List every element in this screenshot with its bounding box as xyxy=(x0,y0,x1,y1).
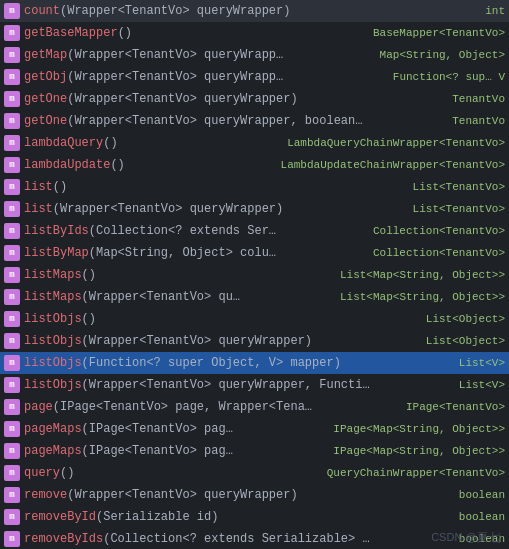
list-item[interactable]: mlistMaps(Wrapper<TenantVo> qu…List<Map<… xyxy=(0,286,509,308)
return-type: Map<String, Object> xyxy=(380,49,505,61)
method-signature: getObj(Wrapper<TenantVo> queryWrapp… xyxy=(24,70,385,84)
method-icon: m xyxy=(4,91,20,107)
return-type: List<Object> xyxy=(426,335,505,347)
method-icon: m xyxy=(4,465,20,481)
list-item[interactable]: mcount(Wrapper<TenantVo> queryWrapper)in… xyxy=(0,0,509,22)
method-icon: m xyxy=(4,113,20,129)
return-type: List<Map<String, Object>> xyxy=(340,269,505,281)
list-item[interactable]: mlistObjs(Function<? super Object, V> ma… xyxy=(0,352,509,374)
method-icon: m xyxy=(4,355,20,371)
return-type: Function<? sup… V xyxy=(393,71,505,83)
return-type: boolean xyxy=(459,489,505,501)
return-type: List<Object> xyxy=(426,313,505,325)
list-item[interactable]: mgetMap(Wrapper<TenantVo> queryWrapp…Map… xyxy=(0,44,509,66)
list-item[interactable]: mlistObjs()List<Object> xyxy=(0,308,509,330)
method-icon: m xyxy=(4,25,20,41)
method-signature: removeById(Serializable id) xyxy=(24,510,451,524)
list-item[interactable]: mremove(Wrapper<TenantVo> queryWrapper)b… xyxy=(0,484,509,506)
list-item[interactable]: mquery()QueryChainWrapper<TenantVo> xyxy=(0,462,509,484)
method-signature: listMaps() xyxy=(24,268,332,282)
method-icon: m xyxy=(4,311,20,327)
method-icon: m xyxy=(4,377,20,393)
return-type: List<V> xyxy=(459,379,505,391)
list-item[interactable]: mlambdaUpdate()LambdaUpdateChainWrapper<… xyxy=(0,154,509,176)
list-item[interactable]: mremoveById(Serializable id)boolean xyxy=(0,506,509,528)
method-signature: lambdaQuery() xyxy=(24,136,279,150)
method-signature: listByMap(Map<String, Object> colu… xyxy=(24,246,365,260)
method-icon: m xyxy=(4,47,20,63)
method-signature: listMaps(Wrapper<TenantVo> qu… xyxy=(24,290,332,304)
method-signature: listObjs() xyxy=(24,312,418,326)
method-signature: count(Wrapper<TenantVo> queryWrapper) xyxy=(24,4,477,18)
return-type: IPage<Map<String, Object>> xyxy=(333,423,505,435)
return-type: Collection<TenantVo> xyxy=(373,225,505,237)
return-type: List<TenantVo> xyxy=(413,203,505,215)
list-item[interactable]: mpageMaps(IPage<TenantVo> pag…IPage<Map<… xyxy=(0,440,509,462)
method-icon: m xyxy=(4,487,20,503)
return-type: List<TenantVo> xyxy=(413,181,505,193)
autocomplete-popup: mcount(Wrapper<TenantVo> queryWrapper)in… xyxy=(0,0,509,549)
return-type: int xyxy=(485,5,505,17)
method-signature: getOne(Wrapper<TenantVo> queryWrapper, b… xyxy=(24,114,444,128)
method-icon: m xyxy=(4,179,20,195)
return-type: BaseMapper<TenantVo> xyxy=(373,27,505,39)
list-item[interactable]: mlambdaQuery()LambdaQueryChainWrapper<Te… xyxy=(0,132,509,154)
method-signature: removeByIds(Collection<? extends Seriali… xyxy=(24,532,451,546)
method-signature: getMap(Wrapper<TenantVo> queryWrapp… xyxy=(24,48,372,62)
return-type: LambdaUpdateChainWrapper<TenantVo> xyxy=(281,159,505,171)
method-signature: pageMaps(IPage<TenantVo> pag… xyxy=(24,422,325,436)
list-item[interactable]: mgetObj(Wrapper<TenantVo> queryWrapp…Fun… xyxy=(0,66,509,88)
method-icon: m xyxy=(4,157,20,173)
method-signature: list(Wrapper<TenantVo> queryWrapper) xyxy=(24,202,405,216)
return-type: List<Map<String, Object>> xyxy=(340,291,505,303)
method-signature: query() xyxy=(24,466,319,480)
list-item[interactable]: mgetOne(Wrapper<TenantVo> queryWrapper)T… xyxy=(0,88,509,110)
list-item[interactable]: mpage(IPage<TenantVo> page, Wrapper<Tena… xyxy=(0,396,509,418)
method-icon: m xyxy=(4,223,20,239)
method-signature: pageMaps(IPage<TenantVo> pag… xyxy=(24,444,325,458)
list-item[interactable]: mgetOne(Wrapper<TenantVo> queryWrapper, … xyxy=(0,110,509,132)
method-signature: getOne(Wrapper<TenantVo> queryWrapper) xyxy=(24,92,444,106)
list-item[interactable]: mlistObjs(Wrapper<TenantVo> queryWrapper… xyxy=(0,330,509,352)
return-type: QueryChainWrapper<TenantVo> xyxy=(327,467,505,479)
method-icon: m xyxy=(4,267,20,283)
list-item[interactable]: mlistByMap(Map<String, Object> colu…Coll… xyxy=(0,242,509,264)
method-icon: m xyxy=(4,421,20,437)
method-icon: m xyxy=(4,509,20,525)
method-icon: m xyxy=(4,443,20,459)
method-icon: m xyxy=(4,399,20,415)
method-signature: lambdaUpdate() xyxy=(24,158,273,172)
method-icon: m xyxy=(4,135,20,151)
return-type: List<V> xyxy=(459,357,505,369)
return-type: TenantVo xyxy=(452,115,505,127)
method-signature: list() xyxy=(24,180,405,194)
watermark: CSDN @夏七j xyxy=(431,530,501,545)
method-icon: m xyxy=(4,3,20,19)
list-item[interactable]: mlistByIds(Collection<? extends Ser…Coll… xyxy=(0,220,509,242)
method-signature: listObjs(Function<? super Object, V> map… xyxy=(24,356,451,370)
list-item[interactable]: mlistMaps()List<Map<String, Object>> xyxy=(0,264,509,286)
method-signature: remove(Wrapper<TenantVo> queryWrapper) xyxy=(24,488,451,502)
method-icon: m xyxy=(4,69,20,85)
return-type: LambdaQueryChainWrapper<TenantVo> xyxy=(287,137,505,149)
method-signature: page(IPage<TenantVo> page, Wrapper<Tena… xyxy=(24,400,398,414)
method-icon: m xyxy=(4,245,20,261)
return-type: Collection<TenantVo> xyxy=(373,247,505,259)
method-signature: listObjs(Wrapper<TenantVo> queryWrapper) xyxy=(24,334,418,348)
list-item[interactable]: mlist(Wrapper<TenantVo> queryWrapper)Lis… xyxy=(0,198,509,220)
method-icon: m xyxy=(4,333,20,349)
list-item[interactable]: mpageMaps(IPage<TenantVo> pag…IPage<Map<… xyxy=(0,418,509,440)
method-icon: m xyxy=(4,289,20,305)
method-signature: getBaseMapper() xyxy=(24,26,365,40)
list-item[interactable]: mgetBaseMapper()BaseMapper<TenantVo> xyxy=(0,22,509,44)
method-signature: listObjs(Wrapper<TenantVo> queryWrapper,… xyxy=(24,378,451,392)
method-icon: m xyxy=(4,531,20,547)
list-item[interactable]: mlist()List<TenantVo> xyxy=(0,176,509,198)
return-type: TenantVo xyxy=(452,93,505,105)
return-type: IPage<Map<String, Object>> xyxy=(333,445,505,457)
method-signature: listByIds(Collection<? extends Ser… xyxy=(24,224,365,238)
return-type: boolean xyxy=(459,511,505,523)
list-item[interactable]: mlistObjs(Wrapper<TenantVo> queryWrapper… xyxy=(0,374,509,396)
return-type: IPage<TenantVo> xyxy=(406,401,505,413)
method-icon: m xyxy=(4,201,20,217)
